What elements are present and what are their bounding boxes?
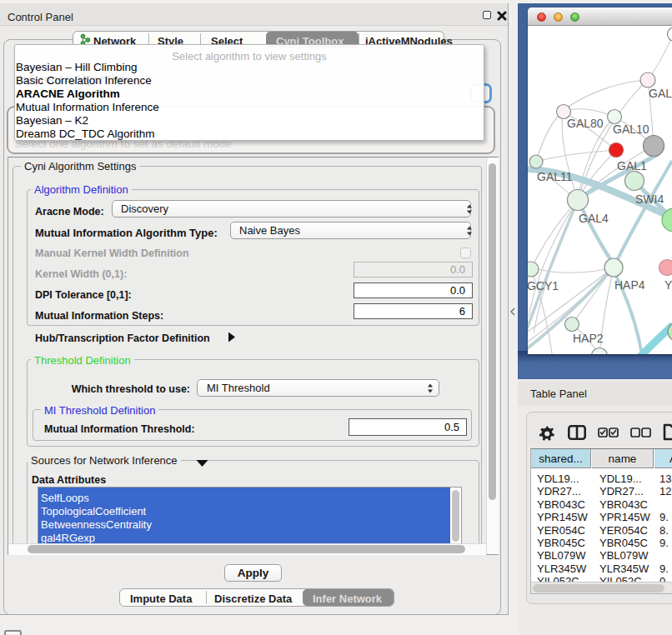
svg-text:GAL11: GAL11 bbox=[537, 170, 573, 183]
svg-text:GAL: GAL bbox=[649, 87, 672, 100]
svg-text:GAL10: GAL10 bbox=[613, 122, 649, 136]
svg-text:HAP4: HAP4 bbox=[614, 278, 645, 292]
svg-text:Y: Y bbox=[664, 278, 672, 292]
svg-text:GAL80: GAL80 bbox=[567, 117, 604, 130]
svg-text:GAL1: GAL1 bbox=[617, 159, 647, 172]
svg-text:SWI4: SWI4 bbox=[635, 192, 664, 206]
svg-text:GCY1: GCY1 bbox=[528, 279, 559, 292]
svg-text:HAP2: HAP2 bbox=[573, 332, 604, 345]
svg-text:GAL4: GAL4 bbox=[579, 212, 609, 225]
